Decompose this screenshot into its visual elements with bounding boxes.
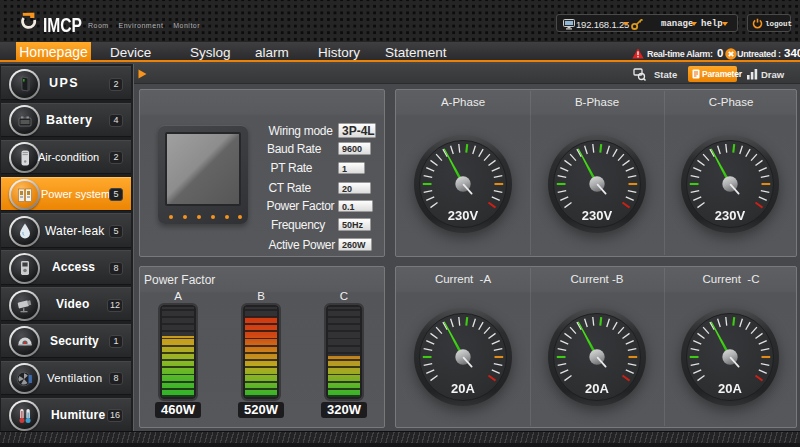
svg-text:230V: 230V xyxy=(448,208,479,223)
svg-text:20A: 20A xyxy=(585,381,609,396)
svg-text:230V: 230V xyxy=(715,208,746,223)
svg-text:20A: 20A xyxy=(451,381,475,396)
svg-text:230V: 230V xyxy=(582,208,613,223)
svg-text:20A: 20A xyxy=(718,381,742,396)
